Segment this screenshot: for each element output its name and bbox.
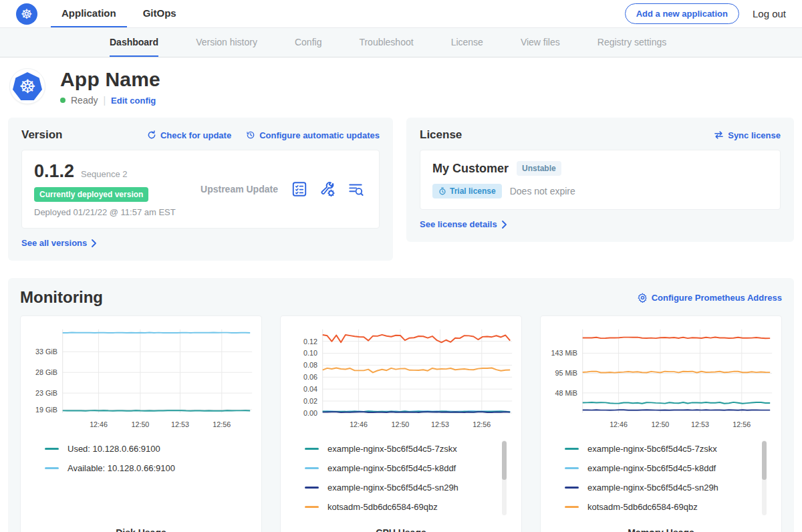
add-new-application-button[interactable]: Add a new application <box>625 3 739 24</box>
tab-view-files[interactable]: View files <box>521 28 560 57</box>
chart-plot: 143 MiB95 MiB48 MiB12:4612:5012:5312:56 <box>546 324 776 431</box>
kubernetes-app-icon: ☸ <box>13 72 42 100</box>
svg-text:12:46: 12:46 <box>350 420 368 428</box>
topnav-tab-application[interactable]: Application <box>51 0 127 27</box>
schedule-update-icon <box>246 130 255 140</box>
chart-title: Disk Usage <box>26 527 256 532</box>
trial-license-badge: Trial license <box>432 184 502 198</box>
legend-color-dash <box>305 467 319 469</box>
chart-plot: 33 GiB28 GiB23 GiB19 GiB12:4612:5012:531… <box>26 324 256 431</box>
view-logs-icon[interactable] <box>347 180 364 198</box>
cards-row: Version Check for update Configure autom… <box>8 118 794 261</box>
logout-button[interactable]: Log out <box>753 8 786 19</box>
kubernetes-helm-icon: ☸ <box>16 3 37 25</box>
update-type-label: Upstream Update <box>188 184 291 194</box>
divider: | <box>103 95 106 106</box>
svg-text:12:50: 12:50 <box>651 420 669 428</box>
monitoring-section: Monitoring Configure Prometheus Address … <box>8 278 794 532</box>
legend-item: example-nginx-5bc6f5d4c5-k8ddf <box>305 458 516 478</box>
svg-text:12:56: 12:56 <box>732 420 751 428</box>
legend-item: kotsadm-5db6dc6584-69qbz <box>305 497 516 517</box>
configure-automatic-updates-link[interactable]: Configure automatic updates <box>246 130 380 140</box>
preflight-checks-icon[interactable] <box>291 180 308 198</box>
svg-text:95 MiB: 95 MiB <box>555 369 577 377</box>
svg-text:12:56: 12:56 <box>213 420 231 428</box>
tab-troubleshoot[interactable]: Troubleshoot <box>359 28 413 57</box>
legend-scrollbar[interactable] <box>502 440 507 515</box>
svg-text:19 GiB: 19 GiB <box>35 406 57 414</box>
svg-text:48 MiB: 48 MiB <box>555 389 577 397</box>
legend-item: kotsadm-5db6dc6584-69qbz <box>565 497 776 517</box>
sync-license-link[interactable]: Sync license <box>714 130 781 140</box>
legend-color-dash <box>45 448 59 450</box>
svg-text:12:46: 12:46 <box>610 420 628 428</box>
deployed-timestamp: Deployed 01/21/22 @ 11:57 am EST <box>34 207 188 217</box>
version-sequence: Sequence 2 <box>81 169 127 179</box>
legend-color-dash <box>565 487 579 489</box>
legend-color-dash <box>565 448 579 450</box>
see-license-details-link[interactable]: See license details <box>420 219 507 229</box>
chevron-right-icon <box>91 239 97 247</box>
legend-scrollbar-thumb[interactable] <box>502 441 507 480</box>
legend-item: example-nginx-5bc6f5d4c5-sn29h <box>305 478 516 497</box>
legend-item: example-nginx-5bc6f5d4c5-sn29h <box>565 478 776 497</box>
tab-version-history[interactable]: Version history <box>196 28 257 57</box>
svg-text:12:53: 12:53 <box>171 420 189 428</box>
tab-license[interactable]: License <box>451 28 483 57</box>
refresh-icon <box>147 130 156 140</box>
channel-badge: Unstable <box>517 161 561 176</box>
topnav-tabs: ApplicationGitOps <box>51 0 187 27</box>
legend-color-dash <box>305 448 319 450</box>
topnav-tab-gitops[interactable]: GitOps <box>132 0 187 27</box>
legend-label: example-nginx-5bc6f5d4c5-7zskx <box>327 444 457 454</box>
legend-item: example-nginx-5bc6f5d4c5-7zskx <box>565 439 776 458</box>
version-card: Version Check for update Configure autom… <box>8 118 393 261</box>
tab-registry-settings[interactable]: Registry settings <box>597 28 666 57</box>
sync-icon <box>714 130 724 140</box>
legend-scrollbar-thumb[interactable] <box>762 441 767 480</box>
legend-item: example-nginx-5bc6f5d4c5-7zskx <box>305 439 516 458</box>
legend-item: Used: 10.128.0.66:9100 <box>45 439 256 458</box>
chart-legend: example-nginx-5bc6f5d4c5-7zskxexample-ng… <box>565 439 776 518</box>
tab-config[interactable]: Config <box>295 28 321 57</box>
charts-row: 33 GiB28 GiB23 GiB19 GiB12:4612:5012:531… <box>20 315 782 532</box>
config-wrench-icon[interactable] <box>319 180 336 198</box>
legend-label: Available: 10.128.0.66:9100 <box>68 463 175 473</box>
legend-scrollbar[interactable] <box>762 440 767 515</box>
svg-text:0.04: 0.04 <box>303 385 317 393</box>
chart-card-disk-usage: 33 GiB28 GiB23 GiB19 GiB12:4612:5012:531… <box>20 315 262 532</box>
chart-title: CPU Usage <box>286 527 516 532</box>
legend-label: example-nginx-5bc6f5d4c5-k8ddf <box>587 463 716 473</box>
version-card-title: Version <box>21 128 62 142</box>
license-card: License Sync license My Customer Unstabl… <box>406 118 794 242</box>
legend-item: Available: 10.128.0.66:9100 <box>45 458 256 478</box>
legend-color-dash <box>305 487 319 489</box>
tab-dashboard[interactable]: Dashboard <box>110 28 158 57</box>
deployed-badge: Currently deployed version <box>34 187 148 202</box>
legend-label: kotsadm-5db6dc6584-69qbz <box>587 502 698 512</box>
legend-color-dash <box>305 506 319 508</box>
legend-label: example-nginx-5bc6f5d4c5-k8ddf <box>327 463 456 473</box>
license-card-title: License <box>420 128 462 142</box>
svg-text:0.00: 0.00 <box>303 409 317 417</box>
app-status-text: Ready <box>71 95 98 106</box>
configure-prometheus-link[interactable]: Configure Prometheus Address <box>638 293 782 303</box>
status-dot <box>60 98 65 103</box>
license-summary: My Customer Unstable Trial license Does … <box>420 150 781 210</box>
expiry-text: Does not expire <box>510 186 575 196</box>
see-all-versions-link[interactable]: See all versions <box>21 238 97 248</box>
top-nav: ☸ ApplicationGitOps Add a new applicatio… <box>0 0 802 28</box>
stopwatch-icon <box>438 187 446 195</box>
svg-text:0.10: 0.10 <box>303 349 317 357</box>
svg-text:12:53: 12:53 <box>431 420 449 428</box>
legend-label: example-nginx-5bc6f5d4c5-sn29h <box>327 483 458 493</box>
chart-card-cpu-usage: 0.120.100.080.060.040.020.0012:4612:5012… <box>280 315 522 532</box>
legend-label: Used: 10.128.0.66:9100 <box>68 444 160 454</box>
svg-text:0.02: 0.02 <box>303 397 317 405</box>
check-for-update-link[interactable]: Check for update <box>147 130 231 140</box>
page-title: App Name <box>60 68 160 91</box>
svg-text:12:56: 12:56 <box>473 420 491 428</box>
legend-item: example-nginx-5bc6f5d4c5-k8ddf <box>565 458 776 478</box>
app-header: ☸ App Name Ready | Edit config <box>0 57 802 108</box>
edit-config-link[interactable]: Edit config <box>111 96 156 106</box>
